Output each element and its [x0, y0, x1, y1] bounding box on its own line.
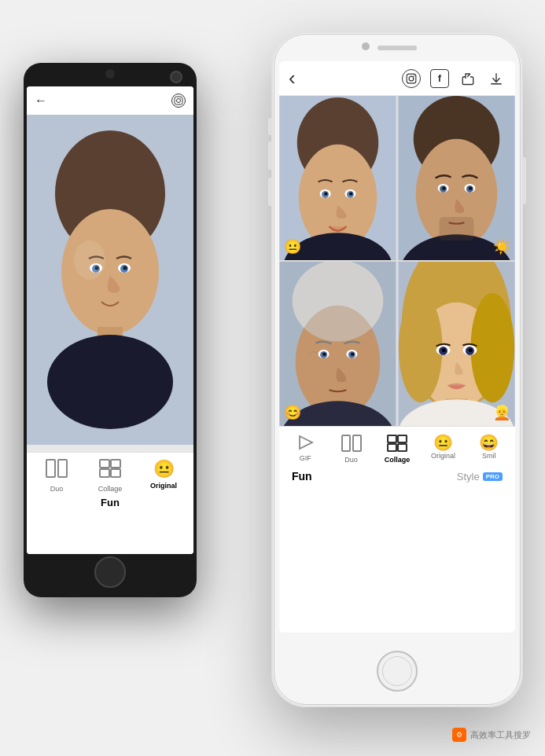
svg-rect-77 [388, 444, 396, 451]
download-button[interactable] [487, 69, 506, 88]
smile-emoji-iphone: 😄 [479, 435, 499, 450]
photo-cell-top-left: 😐 [279, 96, 396, 260]
duo-label: Duo [50, 485, 64, 493]
collage-icon [99, 459, 121, 483]
svg-point-1 [177, 99, 181, 103]
scene: ← [0, 0, 545, 756]
iphone-tab-duo[interactable]: Duo [328, 433, 374, 465]
original-label-iphone: Original [431, 452, 455, 460]
emoji-badge-top-right: ☀️ [493, 238, 510, 255]
duo-icon-iphone [341, 435, 362, 454]
svg-rect-78 [398, 444, 407, 451]
duo-icon [46, 459, 68, 483]
iphone-volume-down-button[interactable] [268, 178, 271, 206]
photo-cell-bottom-left: 😊 [279, 262, 396, 426]
svg-point-57 [351, 352, 354, 355]
facebook-button[interactable]: f [430, 69, 449, 88]
iphone-topbar: ‹ f [279, 61, 515, 96]
iphone-tab-smile[interactable]: 😄 Smil [466, 433, 512, 461]
android-phone: ← [24, 63, 197, 597]
svg-point-70 [442, 348, 446, 352]
emoji-badge-bottom-left: 😊 [284, 404, 301, 421]
iphone-power-button[interactable] [523, 157, 526, 204]
svg-point-5 [61, 209, 159, 335]
svg-rect-18 [111, 460, 120, 468]
svg-point-33 [324, 192, 327, 195]
iphone-tab-gif[interactable]: GIF [282, 433, 328, 464]
back-button[interactable]: ‹ [289, 66, 296, 90]
android-navbar: ← [27, 86, 193, 115]
svg-point-56 [322, 352, 326, 355]
svg-point-23 [414, 75, 414, 76]
svg-point-58 [293, 262, 383, 342]
android-tabs: Duo Collage [27, 453, 193, 493]
svg-rect-73 [342, 435, 350, 451]
svg-rect-76 [398, 435, 407, 442]
instagram-button[interactable] [402, 69, 421, 88]
emoji-badge-bottom-right: 👱 [493, 404, 510, 421]
iphone-fun-row: Fun Style PRO [279, 465, 515, 486]
svg-rect-75 [388, 435, 396, 442]
iphone-tab-original[interactable]: 😐 Original [420, 433, 466, 461]
android-tab-collage[interactable]: Collage [84, 459, 136, 493]
iphone-bottombar: GIF Duo [279, 426, 515, 486]
style-text: Style [457, 471, 480, 483]
android-fun-label: Fun [27, 497, 193, 508]
svg-rect-0 [175, 97, 182, 105]
svg-point-45 [469, 186, 472, 189]
face-photo-android [27, 115, 193, 445]
svg-point-34 [349, 192, 352, 195]
svg-marker-72 [300, 436, 312, 449]
svg-rect-15 [46, 460, 55, 477]
gif-icon [296, 435, 314, 453]
iphone-tab-collage[interactable]: Collage [374, 433, 420, 465]
iphone-screen: ‹ f [279, 61, 515, 633]
back-arrow-icon[interactable]: ← [35, 94, 47, 108]
android-camera [170, 71, 182, 83]
svg-point-7 [47, 335, 173, 429]
svg-rect-19 [100, 469, 109, 477]
iphone-fun-label: Fun [292, 470, 312, 483]
watermark-icon: ⚙ [452, 728, 466, 742]
original-label: Original [150, 482, 177, 490]
gif-label: GIF [300, 454, 311, 462]
watermark: ⚙ 高效率工具搜罗 [452, 728, 531, 742]
svg-point-14 [74, 240, 105, 280]
share-button[interactable] [458, 69, 477, 88]
photo-cell-bottom-right: 👱 [398, 262, 515, 426]
collage-label: Collage [98, 485, 123, 493]
svg-rect-16 [58, 460, 67, 477]
emoji-badge-top-left: 😐 [284, 238, 301, 255]
iphone-home-button[interactable] [377, 651, 418, 692]
collage-label-iphone: Collage [385, 456, 411, 464]
duo-label-iphone: Duo [344, 456, 358, 464]
svg-rect-20 [111, 469, 120, 477]
svg-point-71 [469, 348, 473, 352]
svg-rect-46 [440, 217, 474, 240]
svg-point-44 [442, 186, 445, 189]
original-emoji-icon: 😐 [153, 459, 175, 479]
svg-point-62 [399, 293, 443, 402]
iphone-speaker [377, 46, 417, 50]
smile-label-iphone: Smil [482, 452, 496, 460]
instagram-icon[interactable] [171, 94, 186, 108]
android-home-button[interactable] [94, 556, 126, 588]
iphone-mute-switch[interactable] [268, 118, 271, 135]
svg-point-63 [470, 293, 514, 402]
topbar-icons: f [402, 69, 506, 88]
iphone-tabs: GIF Duo [279, 433, 515, 465]
svg-point-22 [409, 76, 414, 81]
collage-icon-iphone [387, 435, 407, 454]
android-tab-original[interactable]: 😐 Original [138, 459, 190, 490]
android-screen: ← [27, 86, 193, 554]
iphone-style-label: Style PRO [457, 471, 503, 483]
pro-badge: PRO [483, 472, 503, 481]
iphone: ‹ f [271, 31, 523, 707]
svg-point-13 [123, 266, 127, 270]
original-emoji-iphone: 😐 [433, 435, 453, 450]
svg-rect-21 [407, 74, 416, 83]
iphone-volume-up-button[interactable] [268, 141, 271, 170]
watermark-text: 高效率工具搜罗 [470, 729, 531, 741]
android-tab-duo[interactable]: Duo [31, 459, 83, 493]
photo-grid: 😐 [279, 96, 515, 426]
